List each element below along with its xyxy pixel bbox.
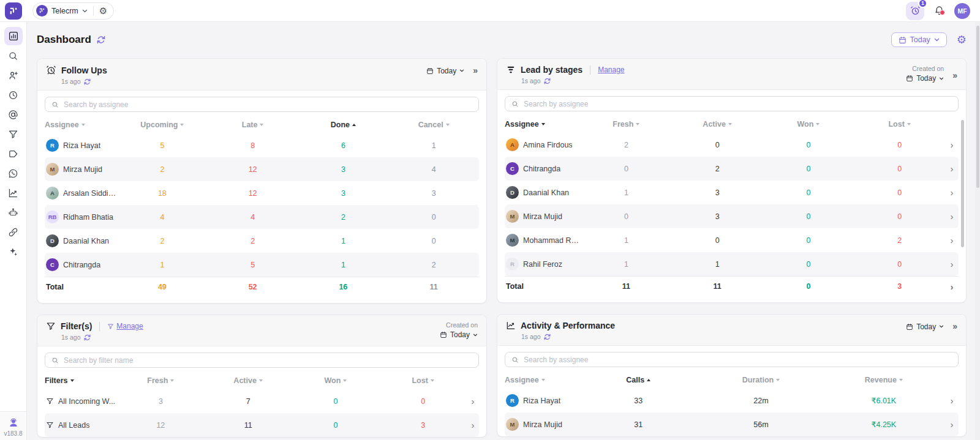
- sidebar-item-search[interactable]: [4, 47, 23, 65]
- user-avatar[interactable]: MF: [954, 3, 970, 19]
- table-row[interactable]: AArsalan Siddiqui 181233: [45, 181, 479, 205]
- page-title: Dashboard: [37, 34, 91, 46]
- manage-filters-link[interactable]: Manage: [107, 322, 143, 330]
- column-header-duration[interactable]: Duration: [699, 376, 822, 384]
- sidebar-item-ai[interactable]: [4, 242, 23, 261]
- table-row[interactable]: RRiza Hayat 33 22m ₹6.01K ›: [505, 389, 959, 412]
- workspace-switcher[interactable]: Telecrm ⚙: [32, 2, 114, 20]
- widget-date-filter[interactable]: Today: [906, 74, 944, 83]
- column-header-lost[interactable]: Lost: [379, 376, 467, 385]
- table-row[interactable]: RBRidham Bhatia 4420: [45, 205, 479, 229]
- search-icon: [511, 100, 519, 108]
- sidebar: v183.8: [0, 22, 27, 440]
- table-row[interactable]: MMirza Mujid 21234: [45, 157, 479, 181]
- sort-desc-icon: [81, 124, 85, 126]
- expand-widget-icon[interactable]: »: [952, 70, 957, 82]
- reminders-button[interactable]: 1: [906, 2, 924, 20]
- table-row[interactable]: CChitrangda 1512: [45, 253, 479, 277]
- sort-desc-icon: [431, 379, 434, 382]
- table-row[interactable]: DDaanial Khan 1300 ›: [505, 181, 959, 204]
- trend-chart-icon: [506, 321, 516, 330]
- workspace-settings-icon[interactable]: ⚙: [99, 6, 107, 15]
- sidebar-item-filters[interactable]: [4, 125, 23, 143]
- bar-chart-icon: [8, 31, 19, 42]
- expand-widget-icon[interactable]: »: [473, 65, 478, 77]
- notifications-button[interactable]: [934, 6, 944, 16]
- table-row[interactable]: DDaanial Khan 2210: [45, 229, 479, 253]
- search-input[interactable]: [524, 356, 952, 364]
- sidebar-item-history[interactable]: [4, 86, 23, 104]
- sidebar-item-integrations[interactable]: [4, 223, 23, 241]
- column-header-upcoming[interactable]: Upcoming: [117, 121, 208, 129]
- column-header-lost[interactable]: Lost: [854, 120, 945, 129]
- column-header-done[interactable]: Done: [298, 121, 389, 129]
- sidebar-item-bot[interactable]: [4, 203, 23, 222]
- lead-by-stages-search[interactable]: [505, 96, 959, 111]
- column-header-calls[interactable]: Calls: [577, 376, 699, 384]
- page-scrollbar[interactable]: [975, 22, 980, 440]
- column-header-won[interactable]: Won: [292, 376, 380, 385]
- table-row[interactable]: RRahil Feroz 1100 ›: [505, 252, 959, 276]
- table-row[interactable]: MMohammad Ra... 1002 ›: [505, 228, 959, 252]
- chevron-down-icon: [934, 38, 940, 42]
- widget-title: Filter(s): [61, 321, 92, 331]
- column-header-active[interactable]: Active: [205, 376, 292, 385]
- telecrm-logo[interactable]: [5, 2, 22, 20]
- sidebar-item-mentions[interactable]: [4, 105, 23, 124]
- search-input[interactable]: [64, 100, 472, 109]
- refresh-icon[interactable]: [97, 35, 105, 44]
- activity-search[interactable]: [505, 352, 959, 367]
- sort-desc-icon: [907, 123, 911, 125]
- column-header-fresh[interactable]: Fresh: [117, 376, 205, 385]
- sort-desc-icon: [70, 379, 74, 382]
- expand-widget-icon[interactable]: »: [952, 321, 957, 333]
- sidebar-item-dashboard[interactable]: [4, 27, 23, 45]
- main-content: Dashboard Today ⚙: [27, 22, 980, 440]
- refresh-icon[interactable]: [544, 78, 551, 84]
- column-header-won[interactable]: Won: [763, 120, 854, 129]
- column-header-cancel[interactable]: Cancel: [388, 121, 479, 129]
- column-header-filters[interactable]: Filters: [45, 376, 117, 385]
- table-row[interactable]: RRiza Hayat 5861: [45, 133, 479, 157]
- widget-date-filter[interactable]: Today: [906, 323, 944, 331]
- sidebar-item-add-user[interactable]: [4, 66, 23, 84]
- refresh-icon[interactable]: [544, 334, 551, 340]
- support-icon[interactable]: [8, 417, 19, 428]
- trend-chart-icon: [8, 188, 18, 198]
- sidebar-item-tags[interactable]: [4, 144, 23, 163]
- calendar-icon: [906, 75, 913, 82]
- table-row[interactable]: CChitrangda 0200 ›: [505, 157, 959, 181]
- sort-desc-icon: [728, 123, 732, 125]
- table-row[interactable]: MMirza Mujid 31 56m ₹4.25K ›: [505, 412, 959, 436]
- column-header-late[interactable]: Late: [208, 121, 298, 129]
- total-row: Total 49521611: [45, 277, 479, 297]
- search-input[interactable]: [524, 100, 952, 108]
- follow-ups-search[interactable]: [45, 97, 479, 112]
- column-header-active[interactable]: Active: [672, 120, 763, 129]
- page-scrollbar-thumb[interactable]: [976, 26, 979, 188]
- search-input[interactable]: [64, 356, 472, 365]
- refresh-icon[interactable]: [84, 78, 91, 85]
- table-row[interactable]: All Incoming W... 3700 ›: [45, 389, 479, 413]
- table-row[interactable]: All Leads 121103 ›: [45, 413, 479, 437]
- created-on-label: Created on: [446, 321, 478, 329]
- dashboard-settings-icon[interactable]: ⚙: [957, 34, 967, 45]
- avatar: RB: [46, 211, 59, 223]
- column-header-revenue[interactable]: Revenue: [823, 376, 945, 384]
- filters-search[interactable]: [45, 352, 479, 368]
- global-date-filter-button[interactable]: Today: [891, 32, 947, 47]
- column-header-fresh[interactable]: Fresh: [581, 120, 672, 129]
- table-row[interactable]: MMirza Mujid 0300 ›: [505, 204, 959, 228]
- widget-date-filter[interactable]: Today: [440, 330, 478, 339]
- widget-date-filter[interactable]: Today: [426, 67, 464, 75]
- row-chevron-icon: ›: [945, 140, 959, 149]
- manage-stages-link[interactable]: Manage: [598, 65, 624, 74]
- sidebar-item-whatsapp[interactable]: [4, 164, 23, 182]
- sidebar-item-analytics[interactable]: [4, 184, 23, 202]
- column-header-assignee[interactable]: Assignee: [505, 120, 581, 129]
- column-header-assignee[interactable]: Assignee: [45, 121, 117, 129]
- column-header-assignee[interactable]: Assignee: [505, 376, 577, 384]
- table-row[interactable]: AAmina Firdous 2000 ›: [505, 133, 959, 157]
- widget-scrollbar[interactable]: [961, 120, 964, 247]
- refresh-icon[interactable]: [84, 334, 91, 341]
